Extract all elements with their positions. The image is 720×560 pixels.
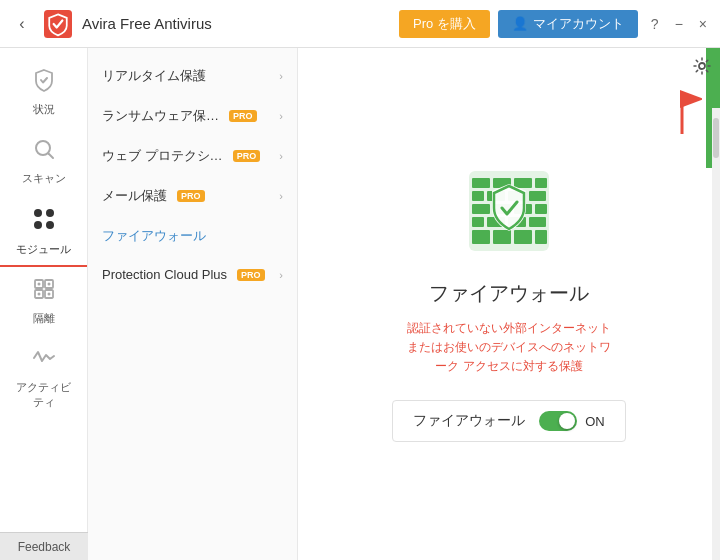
- help-button[interactable]: ?: [646, 14, 664, 34]
- menu-item-cloud[interactable]: Protection Cloud Plus PRO ›: [88, 256, 297, 293]
- firewall-toggle-row: ファイアウォール ON: [392, 400, 626, 442]
- pro-badge-ransomware: PRO: [229, 110, 257, 122]
- svg-point-14: [47, 293, 50, 296]
- sidebar-label-quarantine: 隔離: [33, 311, 55, 326]
- svg-rect-29: [535, 204, 547, 214]
- sidebar-label-activity: アクティビ ティ: [16, 380, 71, 410]
- close-button[interactable]: ×: [694, 14, 712, 34]
- my-account-button[interactable]: 👤 マイアカウント: [498, 10, 638, 38]
- sidebar: 状況 スキャン モジュール: [0, 48, 88, 560]
- cloud-label: Protection Cloud Plus: [102, 267, 227, 282]
- svg-rect-25: [529, 191, 546, 201]
- window-controls: ? − ×: [646, 14, 712, 34]
- ransomware-label: ランサムウェア保…: [102, 107, 219, 125]
- svg-rect-37: [535, 230, 547, 244]
- app-logo: [42, 8, 74, 40]
- minimize-button[interactable]: −: [670, 14, 688, 34]
- scrollbar-track[interactable]: [712, 108, 720, 560]
- svg-rect-21: [535, 178, 547, 188]
- menu-item-realtime[interactable]: リアルタイム保護 ›: [88, 56, 297, 96]
- toggle-state-label: ON: [585, 414, 605, 429]
- content-title: ファイアウォール: [429, 280, 589, 307]
- chevron-icon: ›: [279, 110, 283, 122]
- svg-rect-34: [472, 230, 490, 244]
- toggle-switch[interactable]: ON: [539, 411, 605, 431]
- email-label: メール保護: [102, 187, 167, 205]
- scan-icon: [32, 137, 56, 167]
- modules-icon: [31, 206, 57, 238]
- settings-gear-button[interactable]: [684, 48, 720, 84]
- center-menu: リアルタイム保護 › ランサムウェア保… PRO › ウェブ プロテクシ… PR…: [88, 48, 298, 560]
- svg-rect-20: [514, 178, 532, 188]
- settings-area: [684, 48, 720, 84]
- red-arrow-indicator: [652, 84, 702, 148]
- web-label: ウェブ プロテクシ…: [102, 147, 223, 165]
- sidebar-item-activity[interactable]: アクティビ ティ: [0, 336, 87, 420]
- chevron-icon: ›: [279, 150, 283, 162]
- toggle-track[interactable]: [539, 411, 577, 431]
- sidebar-item-quarantine[interactable]: 隔離: [0, 267, 87, 336]
- svg-point-3: [34, 209, 42, 217]
- sidebar-label-modules: モジュール: [16, 242, 71, 257]
- svg-point-6: [46, 221, 54, 229]
- svg-point-4: [46, 209, 54, 217]
- activity-icon: [32, 346, 56, 376]
- pro-badge-email: PRO: [177, 190, 205, 202]
- content-description: 認証されていない外部インターネットまたはお使いのデバイスへのネットワーク アクセ…: [404, 319, 614, 377]
- toggle-label: ファイアウォール: [413, 412, 525, 430]
- menu-item-firewall[interactable]: ファイアウォール: [88, 216, 297, 256]
- quarantine-icon: [32, 277, 56, 307]
- content-panel: ファイアウォール 認証されていない外部インターネットまたはお使いのデバイスへのネ…: [298, 48, 720, 560]
- svg-rect-35: [493, 230, 511, 244]
- main-layout: 状況 スキャン モジュール: [0, 48, 720, 560]
- toggle-thumb: [559, 413, 575, 429]
- svg-rect-26: [472, 204, 490, 214]
- account-icon: 👤: [512, 16, 528, 31]
- sidebar-item-modules[interactable]: モジュール: [0, 196, 87, 267]
- svg-point-11: [37, 283, 40, 286]
- firewall-label: ファイアウォール: [102, 227, 206, 245]
- svg-rect-36: [514, 230, 532, 244]
- feedback-button[interactable]: Feedback: [0, 532, 88, 560]
- svg-rect-33: [529, 217, 546, 227]
- title-bar: ‹ Avira Free Antivirus Pro を購入 👤 マイアカウント…: [0, 0, 720, 48]
- pro-badge-web: PRO: [233, 150, 261, 162]
- menu-item-web[interactable]: ウェブ プロテクシ… PRO ›: [88, 136, 297, 176]
- svg-point-15: [699, 63, 705, 69]
- scrollbar-thumb[interactable]: [713, 118, 719, 158]
- menu-item-ransomware[interactable]: ランサムウェア保… PRO ›: [88, 96, 297, 136]
- pro-badge-cloud: PRO: [237, 269, 265, 281]
- chevron-icon: ›: [279, 269, 283, 281]
- svg-rect-30: [472, 217, 484, 227]
- app-name: Avira Free Antivirus: [82, 15, 399, 32]
- back-button[interactable]: ‹: [8, 10, 36, 38]
- pro-purchase-button[interactable]: Pro を購入: [399, 10, 490, 38]
- svg-point-5: [34, 221, 42, 229]
- svg-rect-22: [472, 191, 484, 201]
- svg-line-2: [48, 154, 53, 159]
- sidebar-label-status: 状況: [33, 102, 55, 117]
- status-icon: [32, 68, 56, 98]
- svg-point-12: [47, 283, 50, 286]
- svg-point-13: [37, 293, 40, 296]
- menu-item-email[interactable]: メール保護 PRO ›: [88, 176, 297, 216]
- sidebar-item-scan[interactable]: スキャン: [0, 127, 87, 196]
- svg-rect-18: [472, 178, 490, 188]
- realtime-label: リアルタイム保護: [102, 67, 206, 85]
- sidebar-item-status[interactable]: 状況: [0, 58, 87, 127]
- sidebar-label-scan: スキャン: [22, 171, 66, 186]
- firewall-icon: [464, 166, 554, 260]
- chevron-icon: ›: [279, 190, 283, 202]
- chevron-icon: ›: [279, 70, 283, 82]
